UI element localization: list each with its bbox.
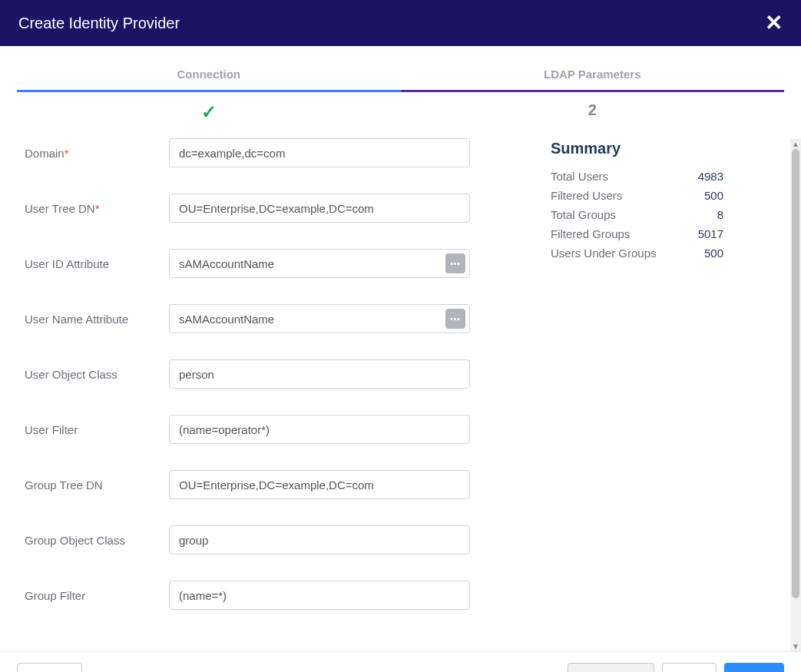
summary-label: Filtered Groups — [551, 227, 630, 240]
label-user-name-attribute: User Name Attribute — [25, 313, 169, 326]
summary-label: Users Under Groups — [551, 247, 657, 260]
label-user-id-attribute: User ID Attribute — [25, 257, 169, 270]
field-group-tree-dn: Group Tree DN — [25, 470, 508, 499]
scroll-down-icon[interactable]: ▼ — [790, 641, 801, 651]
close-icon[interactable]: ✕ — [765, 12, 783, 34]
tabs: Connection LDAP Parameters — [17, 61, 784, 92]
required-mark: * — [65, 147, 69, 160]
field-group-object-class: Group Object Class — [25, 525, 508, 554]
summary-title: Summary — [551, 140, 723, 157]
summary-row: Total Users 4983 — [551, 170, 723, 183]
label-group-tree-dn: Group Tree DN — [25, 478, 169, 492]
field-user-tree-dn: User Tree DN* — [25, 194, 508, 223]
form-section: Domain* User Tree DN* User ID Attribute … — [25, 138, 508, 636]
summary-row: Filtered Users 500 — [551, 189, 723, 202]
summary-label: Total Groups — [551, 208, 616, 221]
dialog-header: Create Identity Provider ✕ — [0, 0, 801, 46]
tab-ldap-parameters[interactable]: LDAP Parameters — [401, 61, 785, 92]
ellipsis-icon[interactable]: ••• — [445, 309, 465, 329]
field-domain: Domain* — [25, 138, 508, 167]
tab-connection[interactable]: Connection — [17, 61, 401, 92]
summary-row: Users Under Groups 500 — [551, 247, 723, 260]
input-user-filter[interactable] — [169, 415, 470, 444]
input-group-filter[interactable] — [169, 581, 470, 610]
label-domain: Domain* — [25, 147, 169, 160]
summary-value: 500 — [704, 189, 723, 202]
step-indicators: ✓ 2 — [17, 92, 784, 138]
step-1-indicator: ✓ — [17, 101, 401, 123]
summary-label: Total Users — [551, 170, 608, 183]
step-2-indicator: 2 — [401, 101, 785, 123]
input-group-object-class[interactable] — [169, 525, 470, 554]
check-icon: ✓ — [201, 101, 217, 122]
input-user-id-attribute[interactable] — [169, 249, 470, 278]
scroll-up-icon[interactable]: ▲ — [790, 138, 801, 149]
summary-value: 5017 — [698, 227, 723, 240]
label-user-filter: User Filter — [25, 423, 169, 436]
tabs-container: Connection LDAP Parameters ✓ 2 — [0, 46, 801, 138]
content: Domain* User Tree DN* User ID Attribute … — [0, 138, 801, 651]
field-group-filter: Group Filter — [25, 581, 508, 610]
input-user-name-attribute[interactable] — [169, 304, 470, 333]
input-domain[interactable] — [169, 138, 470, 167]
field-user-object-class: User Object Class — [25, 359, 508, 389]
dialog-title: Create Identity Provider — [18, 15, 180, 32]
summary-value: 8 — [717, 208, 723, 221]
field-user-id-attribute: User ID Attribute ••• — [25, 249, 508, 278]
summary-row: Filtered Groups 5017 — [551, 227, 723, 240]
scroll-area: Domain* User Tree DN* User ID Attribute … — [0, 138, 801, 651]
label-group-object-class: Group Object Class — [25, 534, 169, 547]
summary-value: 500 — [704, 247, 723, 260]
scrollbar-thumb[interactable] — [792, 149, 799, 598]
finish-button[interactable]: Finish — [724, 663, 784, 672]
field-user-filter: User Filter — [25, 415, 508, 444]
back-button[interactable]: Back — [662, 663, 717, 672]
summary-value: 4983 — [698, 170, 723, 183]
input-group-tree-dn[interactable] — [169, 470, 470, 499]
input-user-tree-dn[interactable] — [169, 194, 470, 223]
label-user-tree-dn: User Tree DN* — [25, 202, 169, 215]
required-mark: * — [95, 202, 100, 215]
field-user-name-attribute: User Name Attribute ••• — [25, 304, 508, 333]
summary-label: Filtered Users — [551, 189, 622, 202]
label-group-filter: Group Filter — [25, 589, 169, 602]
cancel-button[interactable]: Cancel — [17, 663, 82, 672]
footer: Cancel Disconnect Back Finish — [0, 651, 801, 672]
disconnect-button[interactable]: Disconnect — [568, 663, 654, 672]
summary-section: Summary Total Users 4983 Filtered Users … — [508, 138, 723, 636]
summary-row: Total Groups 8 — [551, 208, 723, 221]
label-user-object-class: User Object Class — [25, 368, 169, 381]
input-user-object-class[interactable] — [169, 359, 470, 389]
scrollbar[interactable]: ▲ ▼ — [790, 138, 801, 651]
ellipsis-icon[interactable]: ••• — [445, 253, 465, 273]
